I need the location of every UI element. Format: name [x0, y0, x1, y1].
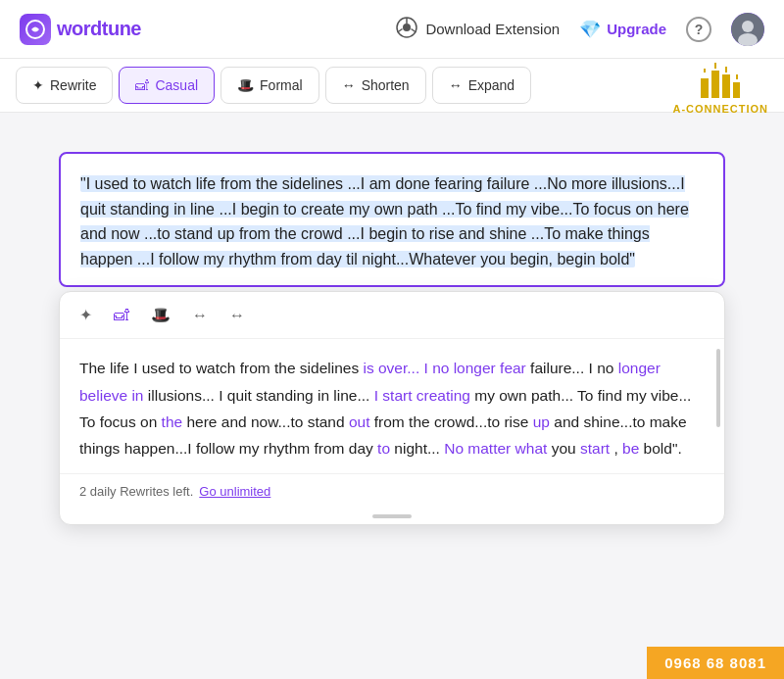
expand-label: Expand	[468, 77, 514, 93]
input-text: "I used to watch life from the sidelines…	[80, 175, 689, 267]
go-unlimited-link[interactable]: Go unlimited	[199, 484, 270, 499]
popup-footer: 2 daily Rewrites left. Go unlimited	[60, 473, 724, 510]
popup-formal-icon[interactable]: 🎩	[147, 302, 174, 328]
brand-logo: A-CONNECTION	[672, 59, 768, 115]
popup-casual-icon[interactable]: 🛋	[110, 303, 133, 328]
casual-icon: 🛋	[135, 77, 149, 93]
diamond-icon: 💎	[579, 19, 601, 40]
shorten-button[interactable]: ↔ Shorten	[325, 67, 426, 104]
svg-rect-15	[725, 67, 727, 73]
casual-label: Casual	[155, 77, 198, 93]
building-icon	[672, 59, 768, 103]
expand-button[interactable]: ↔ Expand	[432, 67, 531, 104]
rewrite-label: Rewrite	[50, 77, 96, 93]
svg-point-7	[742, 21, 754, 32]
popup-shorten-icon[interactable]: ↔	[188, 303, 212, 328]
popup-rewrite-icon[interactable]: ✦	[75, 302, 96, 328]
svg-rect-16	[736, 74, 738, 79]
brand-name: A-CONNECTION	[672, 103, 768, 115]
popup-toolbar: ✦ 🛋 🎩 ↔ ↔	[60, 292, 724, 339]
header: wordtune Download Extension 💎 Upgrade ?	[0, 0, 784, 59]
result-text: The life I used to watch from the sideli…	[79, 360, 691, 456]
hscroll-bar	[372, 514, 412, 518]
help-button[interactable]: ?	[686, 17, 711, 42]
popup-expand-icon[interactable]: ↔	[225, 303, 249, 328]
daily-rewrites-text: 2 daily Rewrites left.	[79, 484, 193, 499]
svg-rect-10	[711, 71, 719, 98]
download-extension-button[interactable]: Download Extension	[396, 17, 560, 41]
rewrite-popup: ✦ 🛋 🎩 ↔ ↔ The life I used to watch from …	[59, 291, 725, 525]
wordtune-logo-icon	[20, 14, 51, 45]
rewrite-button[interactable]: ✦ Rewrite	[16, 67, 113, 104]
toolbar: ✦ Rewrite 🛋 Casual 🎩 Formal ↔ Shorten ↔ …	[0, 59, 784, 113]
header-actions: Download Extension 💎 Upgrade ?	[396, 13, 764, 46]
svg-rect-14	[714, 63, 716, 69]
formal-icon: 🎩	[237, 77, 254, 93]
shorten-icon: ↔	[342, 77, 356, 93]
popup-hscroll	[60, 510, 724, 524]
avatar[interactable]	[731, 13, 764, 46]
main-content: "I used to watch life from the sidelines…	[0, 113, 784, 564]
formal-button[interactable]: 🎩 Formal	[220, 67, 319, 104]
svg-rect-13	[704, 69, 706, 73]
formal-label: Formal	[260, 77, 303, 93]
chrome-icon	[396, 17, 417, 41]
svg-rect-9	[701, 78, 709, 98]
shorten-label: Shorten	[362, 77, 410, 93]
svg-rect-12	[733, 82, 740, 98]
logo-area: wordtune	[20, 14, 141, 45]
upgrade-button[interactable]: 💎 Upgrade	[579, 19, 666, 40]
help-label: ?	[695, 22, 704, 37]
logo-text: wordtune	[57, 18, 141, 40]
phone-number: 0968 68 8081	[664, 655, 766, 671]
expand-icon: ↔	[449, 77, 463, 93]
rewrite-result-content: The life I used to watch from the sideli…	[60, 339, 724, 473]
phone-banner: 0968 68 8081	[647, 647, 784, 679]
text-input-box[interactable]: "I used to watch life from the sidelines…	[59, 152, 725, 287]
svg-point-2	[403, 24, 411, 31]
casual-button[interactable]: 🛋 Casual	[119, 67, 215, 104]
rewrite-icon: ✦	[32, 77, 44, 93]
scroll-bar	[716, 349, 720, 427]
download-ext-label: Download Extension	[425, 21, 560, 37]
upgrade-label: Upgrade	[607, 21, 666, 37]
svg-rect-11	[722, 74, 730, 98]
